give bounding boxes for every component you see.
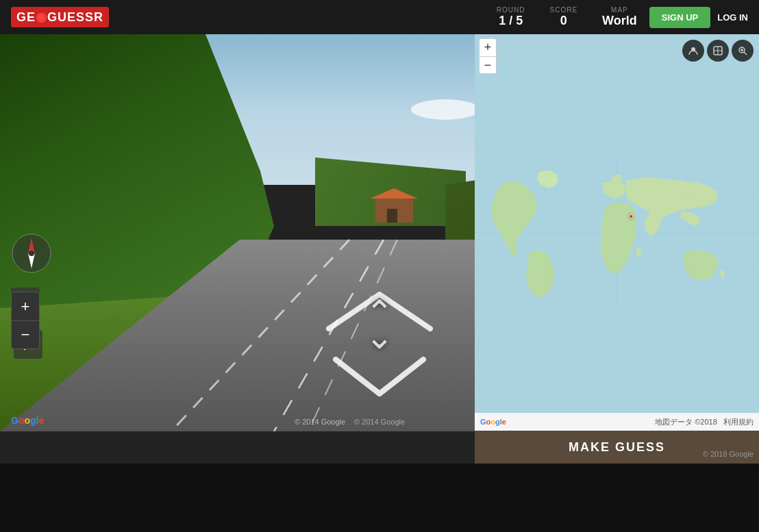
map-google-logo: Google [480, 418, 506, 426]
nav-arrow-down[interactable]: ⌄ [365, 325, 394, 349]
header: GE◉GUESSR ROUND 1 / 5 SCORE 0 MAP World … [0, 0, 759, 34]
score-value: 0 [560, 14, 567, 28]
svg-point-3 [29, 251, 34, 256]
zoom-in-button[interactable]: + [11, 292, 40, 320]
main-copyright: © 2018 Google [703, 450, 754, 458]
map-copyright: 地図データ ©2018 利用規約 [655, 417, 754, 427]
map-stat: MAP World [602, 6, 637, 28]
sv-copyright: © 2014 Google [354, 418, 405, 426]
logo[interactable]: GE◉GUESSR [11, 7, 109, 27]
map-view-btn-3[interactable] [732, 40, 754, 62]
bottom-bar [0, 464, 759, 532]
map-view-btn-2[interactable] [707, 40, 729, 62]
round-stat: ROUND 1 / 5 [497, 6, 525, 28]
zoom-out-button[interactable]: − [11, 320, 40, 349]
svg-point-15 [630, 215, 633, 218]
world-map[interactable] [475, 34, 759, 431]
map-panel[interactable]: + − Google 地図データ ©2018 利用規約 [475, 34, 759, 431]
map-container[interactable]: + − Google 地図データ ©2018 利用規約 [475, 34, 759, 431]
compass[interactable] [11, 233, 52, 274]
map-label: MAP [611, 6, 628, 14]
navigation-arrows: ⌃ ⌄ [365, 301, 394, 349]
score-label: SCORE [550, 6, 578, 14]
map-zoom-out[interactable]: − [479, 56, 497, 74]
map-zoom-controls: + − [479, 38, 497, 74]
signup-button[interactable]: SIGN UP [649, 7, 710, 28]
map-footer: Google 地図データ ©2018 利用規約 [475, 413, 759, 431]
login-button[interactable]: LOG IN [717, 12, 748, 23]
score-stat: SCORE 0 [550, 6, 578, 28]
map-value: World [602, 14, 637, 28]
make-guess-area: MAKE GUESS [475, 431, 759, 464]
svg-line-9 [744, 52, 747, 55]
map-view-controls [682, 40, 754, 62]
round-value: 1 / 5 [499, 14, 523, 28]
google-logo: Google [11, 415, 44, 426]
make-guess-button[interactable]: MAKE GUESS [475, 431, 759, 464]
logo-text: GE◉GUESSR [11, 7, 109, 27]
map-view-btn-1[interactable] [682, 40, 704, 62]
round-label: ROUND [497, 6, 525, 14]
zoom-controls: + − [11, 292, 40, 349]
map-zoom-in[interactable]: + [479, 38, 497, 56]
